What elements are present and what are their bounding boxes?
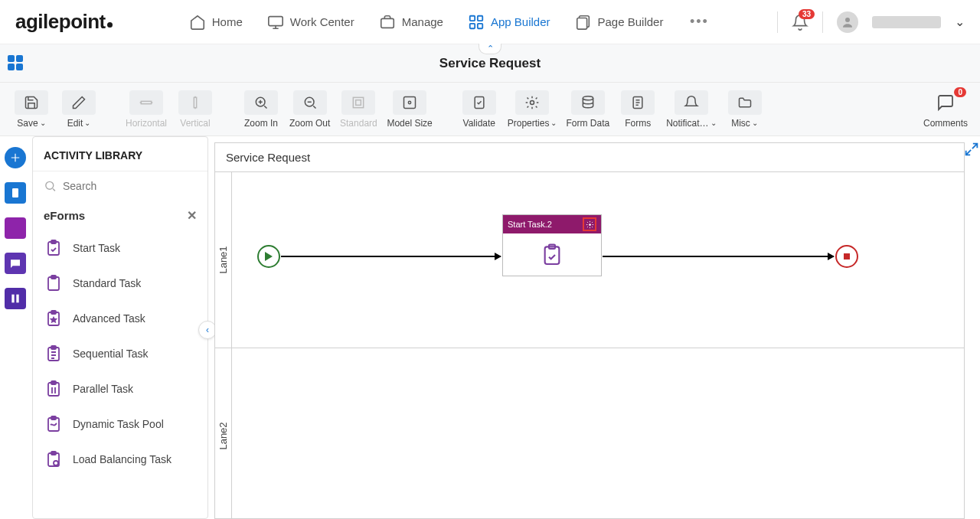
svg-rect-4 <box>470 23 475 28</box>
form-data-button[interactable]: Form Data <box>566 90 609 129</box>
misc-button[interactable]: Misc⌄ <box>726 90 764 129</box>
connector-1[interactable] <box>281 256 501 257</box>
rail-clipboard[interactable] <box>5 182 26 204</box>
nav-home-label: Home <box>212 15 243 28</box>
lib-item-load-balancing[interactable]: Load Balancing Task <box>33 442 207 477</box>
search-input[interactable] <box>63 180 197 192</box>
zoom-out-button[interactable]: Zoom Out <box>289 90 330 129</box>
close-icon[interactable]: ✕ <box>187 208 197 223</box>
canvas-wrap: Service Request Lane1 Start Task.2 <box>214 136 980 519</box>
rail-columns[interactable] <box>5 288 26 309</box>
sidebar-group-eforms[interactable]: eForms ✕ <box>33 201 207 230</box>
properties-button[interactable]: Properties⌄ <box>508 90 557 129</box>
bell-icon <box>675 90 708 115</box>
end-node[interactable] <box>835 245 858 268</box>
expand-canvas-button[interactable] <box>963 141 980 158</box>
nav-manage-label: Manage <box>402 15 443 28</box>
lib-item-dynamic-pool[interactable]: Dynamic Task Pool <box>33 406 207 442</box>
chevron-down-icon[interactable]: ⌄ <box>955 15 965 29</box>
nav-home[interactable]: Home <box>189 14 243 31</box>
forms-button[interactable]: Forms <box>619 90 657 129</box>
svg-rect-10 <box>194 97 196 107</box>
rail-list[interactable] <box>5 217 26 239</box>
zoom-in-icon <box>244 90 278 115</box>
svg-point-8 <box>845 18 850 22</box>
vertical-button[interactable]: Vertical <box>176 90 214 129</box>
search-icon <box>44 179 57 193</box>
clipboard-star-icon <box>44 308 64 328</box>
horizontal-button[interactable]: Horizontal <box>126 90 167 129</box>
svg-rect-13 <box>354 97 364 107</box>
horizontal-icon <box>129 90 163 115</box>
svg-rect-7 <box>577 18 586 29</box>
logo: agilepoint <box>15 10 113 34</box>
comments-button[interactable]: 0 Comments <box>923 90 968 129</box>
save-button[interactable]: Save⌄ <box>12 90 51 129</box>
sidebar-header: ACTIVITY LIBRARY <box>33 137 207 171</box>
folder-icon <box>728 90 762 115</box>
clipboard-parallel-icon <box>44 379 64 399</box>
process-canvas[interactable]: Service Request Lane1 Start Task.2 <box>214 142 965 519</box>
task-node-start-task-2[interactable]: Start Task.2 <box>502 214 602 276</box>
lib-item-parallel-task[interactable]: Parallel Task <box>33 371 207 406</box>
connector-2[interactable] <box>603 256 834 257</box>
model-size-icon <box>393 90 426 115</box>
notifications-button[interactable]: 33 <box>792 14 808 31</box>
activity-library: ACTIVITY LIBRARY eForms ✕ Start Task Sta… <box>32 136 208 519</box>
svg-rect-23 <box>16 295 18 303</box>
monitor-icon <box>267 14 284 31</box>
zoom-in-button[interactable]: Zoom In <box>242 90 280 129</box>
svg-point-18 <box>531 100 534 104</box>
lib-item-advanced-task[interactable]: Advanced Task <box>33 301 207 336</box>
nav-manage[interactable]: Manage <box>379 14 443 31</box>
clipboard-balance-icon <box>44 449 64 469</box>
svg-rect-15 <box>404 96 416 108</box>
svg-rect-21 <box>12 188 18 197</box>
lane-1[interactable]: Lane1 Start Task.2 <box>215 172 964 348</box>
nav-more[interactable]: ••• <box>688 14 710 30</box>
clipboard-pool-icon <box>44 414 64 434</box>
pages-icon <box>575 14 592 31</box>
user-avatar[interactable] <box>837 11 858 33</box>
rail-chat[interactable] <box>5 253 26 274</box>
briefcase-icon <box>379 14 396 31</box>
user-name[interactable] <box>872 16 941 28</box>
standard-icon <box>341 90 375 115</box>
svg-rect-14 <box>356 100 361 105</box>
nav-app-builder[interactable]: App Builder <box>468 14 550 31</box>
lane-2-label: Lane2 <box>215 348 232 519</box>
clipboard-list-icon <box>44 344 64 364</box>
library-list: Start Task Standard Task Advanced Task S… <box>33 230 207 518</box>
lib-item-sequential-task[interactable]: Sequential Task <box>33 336 207 371</box>
divider <box>777 11 778 33</box>
add-button[interactable] <box>5 147 26 168</box>
clipboard-check-icon <box>540 243 564 267</box>
start-node[interactable] <box>257 245 280 268</box>
comments-badge: 0 <box>954 87 966 97</box>
nav-page-builder[interactable]: Page Builder <box>575 14 664 31</box>
lane-2[interactable]: Lane2 <box>215 348 964 519</box>
edit-button[interactable]: Edit⌄ <box>60 90 98 129</box>
database-icon <box>571 90 605 115</box>
notifications-button-toolbar[interactable]: Notificat…⌄ <box>666 90 716 129</box>
validate-icon <box>462 90 496 115</box>
apps-grid-icon[interactable] <box>8 55 24 72</box>
lib-item-start-task[interactable]: Start Task <box>33 230 207 266</box>
lib-item-standard-task[interactable]: Standard Task <box>33 266 207 301</box>
model-size-button[interactable]: Model Size <box>387 90 432 129</box>
sidebar-search[interactable] <box>33 171 207 201</box>
task-gear-button[interactable] <box>583 217 596 231</box>
standard-button[interactable]: Standard <box>339 90 377 129</box>
collapse-up-button[interactable]: ⌃ <box>479 44 501 54</box>
svg-rect-22 <box>11 295 14 303</box>
svg-rect-0 <box>269 16 283 25</box>
svg-point-16 <box>408 101 410 103</box>
task-node-body <box>503 233 601 276</box>
lanes: Lane1 Start Task.2 <box>215 172 964 517</box>
svg-point-24 <box>46 181 54 189</box>
svg-point-40 <box>589 224 591 226</box>
form-icon <box>621 90 655 115</box>
apps-icon <box>468 14 485 31</box>
validate-button[interactable]: Validate <box>460 90 498 129</box>
nav-work-center[interactable]: Work Center <box>267 14 354 31</box>
